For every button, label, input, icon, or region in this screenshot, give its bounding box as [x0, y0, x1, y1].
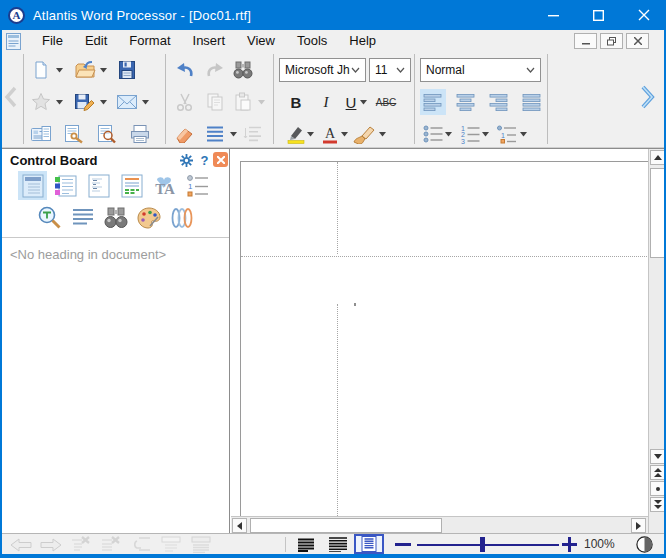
favorites-dropdown[interactable] [54, 89, 64, 115]
undo-button[interactable] [172, 57, 198, 83]
cb-headings-tab[interactable] [18, 171, 47, 200]
strikethrough-button[interactable]: ABC [370, 89, 402, 115]
cb-fields-tab[interactable] [84, 171, 113, 200]
document-page[interactable] [240, 161, 648, 516]
horizontal-scrollbar[interactable] [231, 516, 648, 534]
remove-heading-button[interactable] [68, 535, 94, 554]
zoom-slider-handle[interactable] [480, 537, 485, 552]
paste-button[interactable] [230, 89, 256, 115]
align-right-button[interactable] [486, 89, 512, 115]
zoom-slider-track[interactable] [417, 544, 559, 546]
document-icon[interactable] [6, 33, 21, 50]
zoom-out-button[interactable] [395, 543, 411, 546]
menu-edit[interactable]: Edit [74, 30, 118, 52]
cb-find-tab[interactable] [101, 203, 130, 232]
doc-restore-button[interactable] [600, 33, 623, 49]
italic-button[interactable]: I [313, 89, 339, 115]
copy-button[interactable] [202, 89, 228, 115]
select-browse-object-button[interactable] [650, 481, 666, 496]
menu-file[interactable]: File [31, 30, 74, 52]
scroll-up-button[interactable] [650, 150, 666, 165]
align-left-button[interactable] [420, 89, 446, 115]
next-page-button[interactable] [650, 497, 666, 512]
paste-dropdown[interactable] [256, 89, 266, 115]
horizontal-scroll-thumb[interactable] [250, 518, 442, 533]
cb-colors-tab[interactable] [134, 203, 163, 232]
find-button[interactable] [230, 57, 256, 83]
control-board-close-button[interactable] [213, 152, 228, 167]
cb-paragraph-tab[interactable] [68, 203, 97, 232]
email-button[interactable] [114, 89, 140, 115]
bullets-dropdown[interactable] [443, 121, 453, 147]
paragraph-style-combo[interactable]: Normal [420, 58, 541, 82]
sort-button[interactable] [240, 121, 266, 147]
scroll-down-button[interactable] [650, 449, 666, 464]
doc-close-button[interactable] [626, 33, 649, 49]
cb-styles-tab[interactable] [117, 171, 146, 200]
document-properties-button[interactable] [28, 121, 54, 147]
draft-view-button[interactable] [294, 535, 318, 554]
page-view-button[interactable] [354, 534, 384, 554]
multilevel-list-button[interactable]: 1 [494, 121, 520, 147]
align-center-button[interactable] [453, 89, 479, 115]
maximize-button[interactable] [576, 0, 621, 30]
menu-tools[interactable]: Tools [286, 30, 338, 52]
menu-format[interactable]: Format [118, 30, 181, 52]
contrast-toggle[interactable] [636, 536, 653, 556]
format-painter-dropdown[interactable] [377, 121, 387, 147]
new-document-button[interactable] [28, 57, 54, 83]
cut-button[interactable] [172, 89, 198, 115]
email-dropdown[interactable] [140, 89, 150, 115]
control-board-settings-button[interactable] [178, 152, 195, 168]
online-view-button[interactable] [326, 535, 350, 554]
print-preview-button[interactable] [94, 121, 120, 147]
cb-typography-tab[interactable]: TA [150, 171, 179, 200]
font-size-combo[interactable]: 11 [369, 58, 411, 82]
menu-help[interactable]: Help [338, 30, 387, 52]
line-spacing-button[interactable] [202, 121, 228, 147]
demote-heading-button[interactable] [128, 535, 154, 554]
favorites-button[interactable] [28, 89, 54, 115]
numbering-dropdown[interactable] [480, 121, 490, 147]
save-button[interactable] [114, 57, 140, 83]
remove-all-headings-button[interactable] [98, 535, 124, 554]
underline-dropdown[interactable] [358, 89, 368, 115]
doc-minimize-button[interactable] [574, 33, 597, 49]
format-painter-button[interactable] [351, 121, 377, 147]
bold-button[interactable]: B [283, 89, 309, 115]
vertical-scrollbar[interactable] [648, 149, 666, 516]
new-document-dropdown[interactable] [54, 57, 64, 83]
toolbar-scroll-left[interactable] [4, 86, 18, 111]
cb-outline-tab[interactable]: 1 [183, 171, 212, 200]
open-button[interactable] [72, 57, 98, 83]
nav-forward-button[interactable] [38, 535, 64, 554]
print-button[interactable] [127, 121, 153, 147]
cb-bookmarks-tab[interactable] [51, 171, 80, 200]
close-button[interactable] [621, 0, 666, 30]
save-special-button[interactable] [72, 89, 98, 115]
full-text-button[interactable] [188, 535, 214, 554]
cb-zoom-tab[interactable] [35, 203, 64, 232]
nav-back-button[interactable] [8, 535, 34, 554]
scroll-right-button[interactable] [631, 518, 646, 533]
redo-button[interactable] [202, 57, 228, 83]
document-viewport[interactable] [231, 149, 648, 516]
vertical-scroll-thumb[interactable] [650, 168, 666, 258]
document-repair-button[interactable] [61, 121, 87, 147]
line-spacing-dropdown[interactable] [228, 121, 238, 147]
previous-page-button[interactable] [650, 465, 666, 480]
toolbar-more-button[interactable] [640, 84, 658, 113]
justify-button[interactable] [519, 89, 545, 115]
minimize-button[interactable] [531, 0, 576, 30]
open-dropdown[interactable] [98, 57, 108, 83]
menu-view[interactable]: View [236, 30, 286, 52]
save-special-dropdown[interactable] [98, 89, 108, 115]
eraser-button[interactable] [172, 121, 198, 147]
heading-text-button[interactable] [158, 535, 184, 554]
control-board-help-button[interactable]: ? [196, 152, 213, 168]
cb-clipboard-tab[interactable] [167, 203, 196, 232]
highlight-dropdown[interactable] [305, 121, 315, 147]
font-color-dropdown[interactable] [339, 121, 349, 147]
multilevel-list-dropdown[interactable] [518, 121, 528, 147]
font-name-combo[interactable]: Microsoft Jh [279, 58, 366, 82]
